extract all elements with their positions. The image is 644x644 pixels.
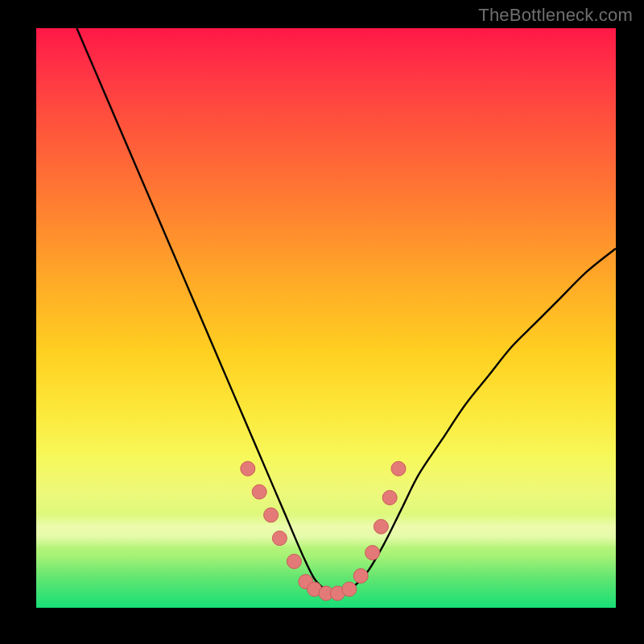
curve-marker [342, 582, 357, 597]
curve-markers [241, 461, 406, 601]
curve-marker [287, 554, 301, 568]
curve-marker [299, 575, 313, 589]
curve-marker [308, 582, 322, 597]
curve-marker [272, 531, 287, 546]
curve-marker [241, 461, 255, 476]
curve-marker [264, 508, 279, 522]
curve-marker [252, 485, 266, 499]
chart-svg [36, 28, 616, 608]
curve-marker [374, 519, 388, 534]
curve-marker [353, 568, 368, 583]
curve-marker [365, 546, 380, 560]
curve-marker [382, 490, 397, 505]
curve-marker [391, 461, 406, 476]
bottleneck-curve [76, 28, 616, 597]
curve-marker [319, 586, 333, 601]
plot-area [36, 28, 616, 608]
watermark-text: TheBottleneck.com [478, 5, 633, 26]
chart-stage: TheBottleneck.com [0, 0, 644, 644]
highlight-band [36, 514, 616, 548]
curve-marker [330, 586, 345, 601]
